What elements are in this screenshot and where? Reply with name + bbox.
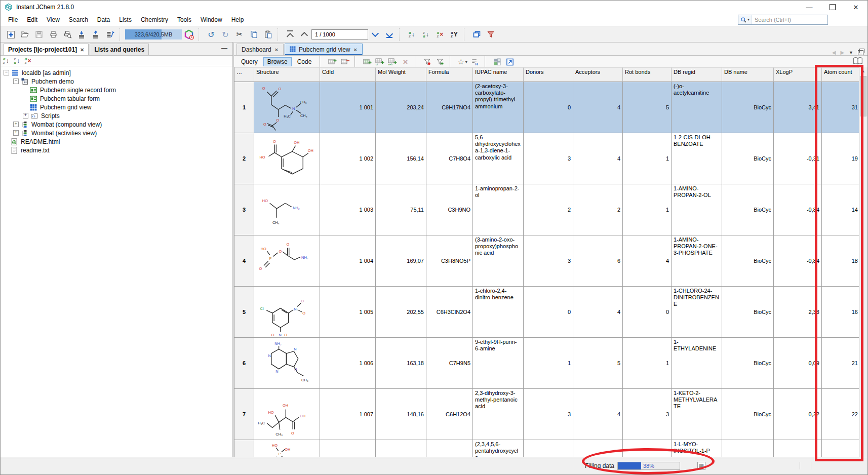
menu-window[interactable]: Window xyxy=(196,15,227,25)
export-button[interactable] xyxy=(89,28,102,41)
minimize-window-button[interactable]: — xyxy=(798,1,821,14)
cell-iupac[interactable]: 1-chloro-2,4-dinitro-benzene xyxy=(473,287,524,338)
cell-acceptors[interactable]: 4 xyxy=(573,389,623,440)
cell-atom_count[interactable]: 19 xyxy=(822,133,860,184)
share-button[interactable] xyxy=(103,28,116,41)
tree-remove-sort-button[interactable]: az× xyxy=(25,57,31,64)
tree-item[interactable]: README.html xyxy=(1,137,232,146)
cell-db_regid[interactable]: (-)o-acetylcarnitine xyxy=(672,82,722,133)
cell-num[interactable]: 2 xyxy=(234,133,254,184)
expander-icon[interactable]: + xyxy=(13,130,19,136)
insert-row-button[interactable] xyxy=(327,57,338,67)
cell-atom_count[interactable]: 14 xyxy=(822,184,860,235)
cell-db_regid[interactable]: 1-ETHYLADENINE xyxy=(672,338,722,389)
scrollbar-up-icon[interactable]: ▲ xyxy=(859,67,867,75)
cell-acceptors[interactable]: 2 xyxy=(573,184,623,235)
cell-iupac[interactable]: 9-ethyl-9H-purin-6-amine xyxy=(473,338,524,389)
column-header-structure[interactable]: Structure xyxy=(254,67,320,82)
new-button[interactable] xyxy=(4,28,17,41)
menu-tools[interactable]: Tools xyxy=(173,15,196,25)
table-row[interactable]: 5 Cl N O O N OO 1 005202,55C6H3ClN2O41-c… xyxy=(234,287,860,338)
column-header-acceptors[interactable]: Acceptors xyxy=(573,67,623,82)
cell-formula[interactable]: C3H8NO5P xyxy=(426,235,473,287)
tree-item[interactable]: + Wombat (compound view) xyxy=(1,120,232,129)
cell-structure[interactable]: O HO OH OH xyxy=(254,133,320,184)
column-header-db_name[interactable]: DB name xyxy=(722,67,774,82)
maximize-window-button[interactable] xyxy=(821,1,844,14)
jchem-hexagon-icon[interactable] xyxy=(182,28,195,41)
cell-rot_bonds[interactable]: 3 xyxy=(623,389,672,440)
cell-structure[interactable]: O O NCH₃ CH₃ H₃C O O xyxy=(254,82,320,133)
minimize-panel-button[interactable]: — xyxy=(221,45,227,52)
cut-button[interactable]: ✂ xyxy=(233,28,246,41)
cell-rot_bonds[interactable] xyxy=(623,440,672,457)
cell-db_name[interactable]: BioCyc xyxy=(722,82,774,133)
cell-structure[interactable]: NH₂ NN NN CH₃ xyxy=(254,338,320,389)
cell-acceptors[interactable] xyxy=(573,440,623,457)
column-header-db_regid[interactable]: DB regid xyxy=(672,67,722,82)
cell-structure[interactable]: HO CH₃ NH₂ xyxy=(254,184,320,235)
cell-structure[interactable]: Cl N O O N OO xyxy=(254,287,320,338)
new-chemical-terms-field-button[interactable]: ct xyxy=(374,57,385,67)
menu-chemistry[interactable]: Chemistry xyxy=(136,15,173,25)
cell-db_name[interactable]: BioCyc xyxy=(722,338,774,389)
column-header-rot_bonds[interactable]: Rot bonds xyxy=(623,67,672,82)
sort-ascending-button[interactable]: az↓ xyxy=(405,28,418,41)
tab-pubchem-grid-view[interactable]: Pubchem grid view ✕ xyxy=(285,44,363,55)
column-header-cdid[interactable]: CdId xyxy=(320,67,376,82)
cell-formula[interactable]: C7H9N5 xyxy=(426,338,473,389)
cell-xlogp[interactable]: 0,22 xyxy=(774,389,822,440)
delete-row-button[interactable] xyxy=(339,57,350,67)
custom-sort-button[interactable]: azY xyxy=(448,28,461,41)
record-position-field[interactable] xyxy=(311,29,368,39)
cell-xlogp[interactable]: 2,33 xyxy=(774,287,822,338)
cell-cdid[interactable]: 1 007 xyxy=(320,389,376,440)
cell-mol_weight[interactable]: 156,14 xyxy=(376,133,426,184)
table-row[interactable]: 6 NH₂ NN NN CH₃ 1 006163,18C7H9N59-ethyl… xyxy=(234,338,860,389)
cell-iupac[interactable]: 5,6-dihydroxycyclohexa-1,3-diene-1-carbo… xyxy=(473,133,524,184)
tab-lists-and-queries[interactable]: Lists and queries xyxy=(90,44,149,55)
cell-formula[interactable]: C9H17NO4 xyxy=(426,82,473,133)
cell-db_regid[interactable]: 1-AMINO-PROPAN-2-OL xyxy=(672,184,722,235)
lists-star-button[interactable]: ☆▾ xyxy=(457,57,468,67)
cell-atom_count[interactable]: 22 xyxy=(822,389,860,440)
cascade-windows-button[interactable] xyxy=(470,28,483,41)
cell-formula[interactable]: C7H8O4 xyxy=(426,133,473,184)
filter-add-button[interactable] xyxy=(435,57,446,67)
cell-acceptors[interactable]: 6 xyxy=(573,235,623,287)
next-record-button[interactable] xyxy=(369,28,382,41)
print-preview-button[interactable] xyxy=(61,28,74,41)
cell-donors[interactable]: 3 xyxy=(524,389,573,440)
paste-button[interactable] xyxy=(261,28,274,41)
cell-formula[interactable]: C6H3ClN2O4 xyxy=(426,287,473,338)
cell-iupac[interactable]: (2-acetoxy-3-carboxylato-propyl)-trimeth… xyxy=(473,82,524,133)
restore-window-icon[interactable] xyxy=(858,50,863,55)
cell-cdid[interactable]: 1 004 xyxy=(320,235,376,287)
cell-db_name[interactable]: BioCyc xyxy=(722,235,774,287)
print-button[interactable] xyxy=(47,28,60,41)
cell-xlogp[interactable]: -0,84 xyxy=(774,235,822,287)
expander-icon[interactable]: − xyxy=(13,78,19,84)
row-header-button[interactable]: … xyxy=(234,67,254,82)
tab-dashboard[interactable]: Dashboard ✕ xyxy=(236,44,284,55)
cell-iupac[interactable]: 2,3-dihydroxy-3-methyl-pentanoic acid xyxy=(473,389,524,440)
menu-help[interactable]: Help xyxy=(227,15,249,25)
tree-item[interactable]: Pubchem grid view xyxy=(1,103,232,111)
remove-sort-button[interactable]: az× xyxy=(433,28,447,41)
cell-cdid[interactable]: 1 001 xyxy=(320,82,376,133)
cell-acceptors[interactable]: 5 xyxy=(573,338,623,389)
cell-donors[interactable]: 0 xyxy=(524,287,573,338)
cell-num[interactable]: 7 xyxy=(234,389,254,440)
menu-file[interactable]: File xyxy=(4,15,22,25)
menu-lists[interactable]: Lists xyxy=(114,15,136,25)
cell-acceptors[interactable]: 4 xyxy=(573,82,623,133)
tree-item[interactable]: + Wombat (activities view) xyxy=(1,129,232,137)
redo-button[interactable]: ↻ xyxy=(219,28,232,41)
cell-xlogp[interactable]: 0,09 xyxy=(774,338,822,389)
column-header-formula[interactable]: Formula xyxy=(426,67,473,82)
expander-icon[interactable]: + xyxy=(23,113,28,118)
cell-num[interactable]: 6 xyxy=(234,338,254,389)
cell-cdid[interactable]: 1 002 xyxy=(320,133,376,184)
cell-atom_count[interactable]: 31 xyxy=(822,82,860,133)
memory-gauge[interactable]: 323,6/420,5MB xyxy=(125,29,182,39)
